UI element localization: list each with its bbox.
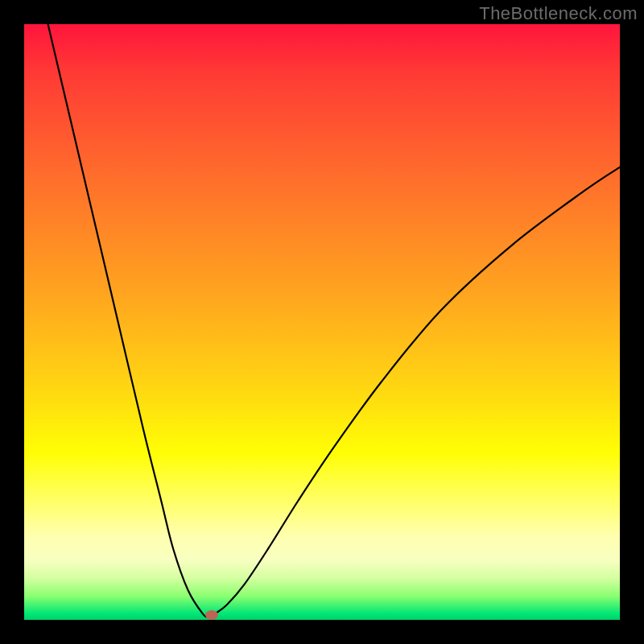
optimal-marker xyxy=(205,610,218,620)
attribution-text: TheBottleneck.com xyxy=(479,3,638,24)
plot-area xyxy=(24,24,620,620)
bottleneck-curve xyxy=(24,24,620,620)
